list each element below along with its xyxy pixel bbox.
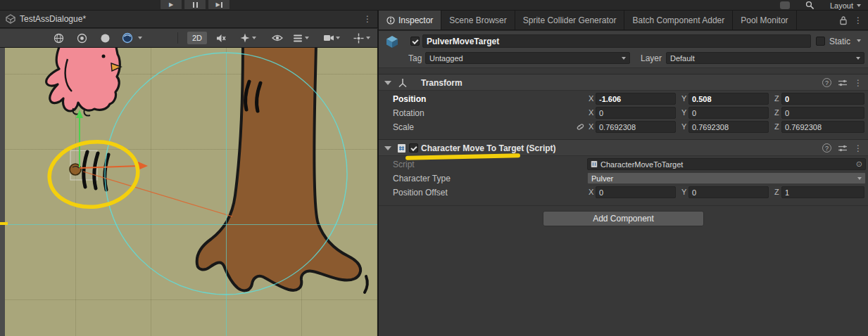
- step-button[interactable]: ▶: [208, 0, 230, 10]
- pause-icon: [193, 2, 198, 8]
- gameobject-header: PulverMoveTarget Static Tag Untagged Lay…: [379, 31, 868, 68]
- rotation-z-field[interactable]: 0: [781, 107, 864, 119]
- search-button[interactable]: [805, 1, 814, 10]
- object-picker-icon[interactable]: ⊙: [856, 160, 862, 168]
- tab-scene-browser[interactable]: Scene Browser: [441, 11, 515, 30]
- scale-x-field[interactable]: 0.7692308: [596, 121, 676, 133]
- camera-icon[interactable]: [321, 31, 336, 45]
- step-icon: ▶: [215, 2, 220, 8]
- play-button[interactable]: ▶: [160, 0, 182, 10]
- add-component-label: Add Component: [593, 214, 654, 224]
- static-label: Static: [829, 37, 850, 46]
- inspector-menu-icon[interactable]: ⋮: [854, 16, 862, 25]
- camera-dropdown-caret-icon[interactable]: [336, 37, 340, 39]
- position-z-value: 0: [785, 95, 789, 103]
- offset-x-field[interactable]: 0: [596, 186, 676, 198]
- foldout-icon[interactable]: [384, 146, 391, 150]
- layers-icon[interactable]: [290, 31, 306, 45]
- rotation-y-field[interactable]: 0: [688, 107, 769, 119]
- bird-sprite[interactable]: [46, 48, 121, 116]
- effects-dropdown-caret-icon[interactable]: [252, 37, 256, 39]
- position-y-field[interactable]: 0.508: [688, 93, 769, 105]
- scene-left-strip: [0, 48, 5, 336]
- scale-z-value: 0.7692308: [785, 123, 822, 131]
- static-checkbox[interactable]: [816, 37, 825, 46]
- axis-y-label: Y: [681, 188, 686, 196]
- offset-y-field[interactable]: 0: [688, 186, 769, 198]
- info-icon: [386, 16, 395, 25]
- component-menu-icon[interactable]: ⋮: [854, 79, 862, 87]
- chevron-down-icon: [857, 4, 861, 7]
- scene-viewport[interactable]: [0, 48, 378, 336]
- audio-mute-icon[interactable]: [213, 31, 229, 45]
- script-enabled-checkbox[interactable]: [409, 143, 418, 153]
- rotation-x-value: 0: [599, 109, 603, 117]
- script-header-controls: ? ⋮: [822, 143, 862, 153]
- character-type-label: Character Type: [393, 174, 451, 183]
- help-icon[interactable]: ?: [822, 78, 831, 87]
- transform-title: Transform: [421, 78, 463, 88]
- presets-icon[interactable]: [838, 144, 848, 153]
- tab-pool-monitor[interactable]: Pool Monitor: [733, 11, 796, 30]
- move-gizmo[interactable]: [76, 110, 232, 217]
- active-checkbox[interactable]: [410, 37, 420, 46]
- gizmo-dropdown-caret-icon[interactable]: [366, 37, 370, 39]
- tab-menu-icon[interactable]: ⋮: [363, 15, 372, 23]
- tab-batch-component-adder[interactable]: Batch Component Adder: [624, 11, 733, 30]
- rotation-x-field[interactable]: 0: [596, 107, 676, 119]
- tab-label: Inspector: [398, 15, 433, 25]
- effects-icon[interactable]: [237, 31, 253, 45]
- gameobject-name-field[interactable]: PulverMoveTarget: [422, 34, 811, 48]
- layer-dropdown[interactable]: Default: [666, 52, 864, 64]
- offset-z-field[interactable]: 1: [781, 186, 864, 198]
- tree-sprite[interactable]: [197, 48, 367, 292]
- character-type-dropdown[interactable]: Pulver: [587, 172, 866, 184]
- filled-circle-tool-icon[interactable]: [97, 31, 113, 45]
- search-icon: [805, 1, 814, 10]
- tab-label: Scene Browser: [449, 15, 506, 25]
- position-offset-row: Position Offset X 0 Y 0 Z 1: [379, 186, 868, 200]
- layout-dropdown[interactable]: Layout: [830, 1, 861, 10]
- add-component-button[interactable]: Add Component: [543, 211, 704, 226]
- static-dropdown-caret-icon[interactable]: [857, 39, 861, 42]
- pause-button[interactable]: [184, 0, 206, 10]
- scale-z-field[interactable]: 0.7692308: [781, 121, 864, 133]
- chevron-down-icon: [857, 177, 862, 180]
- axis-z-label: Z: [774, 122, 779, 131]
- position-z-field[interactable]: 0: [781, 93, 864, 105]
- shaded-sphere-tool-icon[interactable]: [120, 31, 135, 45]
- play-controls: ▶ ▶: [160, 0, 232, 10]
- play-icon: ▶: [169, 2, 173, 8]
- axis-x-label: X: [589, 122, 593, 131]
- axis-z-label: Z: [774, 188, 779, 196]
- scale-y-field[interactable]: 0.7692308: [688, 121, 769, 133]
- tab-inspector[interactable]: Inspector: [379, 11, 441, 30]
- foldout-icon[interactable]: [384, 81, 391, 85]
- transform-header[interactable]: Transform ? ⋮: [379, 74, 868, 91]
- help-icon[interactable]: ?: [822, 143, 831, 153]
- services-icon[interactable]: [780, 1, 790, 9]
- tag-dropdown[interactable]: Untagged: [425, 52, 630, 64]
- scene-tab[interactable]: TestAssDialogue*: [20, 14, 86, 24]
- position-x-field[interactable]: -1.606: [596, 93, 676, 105]
- layers-dropdown-caret-icon[interactable]: [305, 37, 309, 39]
- toolbar-right: Layout: [780, 1, 861, 10]
- draw-mode-globe-icon[interactable]: [51, 31, 66, 45]
- 2d-mode-button[interactable]: 2D: [187, 32, 207, 44]
- component-menu-icon[interactable]: ⋮: [854, 144, 862, 153]
- script-object-field[interactable]: CharacterMoveToTarget ⊙: [587, 158, 866, 170]
- component-divider: [379, 205, 868, 206]
- position-row: Position X -1.606 Y 0.508 Z 0: [379, 92, 868, 106]
- ring-tool-icon[interactable]: [74, 31, 89, 45]
- tool-dropdown-caret-icon[interactable]: [138, 37, 142, 39]
- visibility-eye-icon[interactable]: [270, 31, 285, 45]
- rotation-label: Rotation: [393, 108, 424, 118]
- link-constrain-icon[interactable]: [576, 122, 585, 131]
- presets-icon[interactable]: [838, 79, 848, 87]
- gizmo-axis-icon[interactable]: [351, 31, 366, 45]
- character-type-row: Character Type Pulver: [379, 172, 868, 186]
- transform-header-controls: ? ⋮: [822, 78, 862, 87]
- tab-sprite-collider-generator[interactable]: Sprite Collider Generator: [515, 11, 625, 30]
- lock-icon[interactable]: [839, 15, 848, 25]
- script-component-header[interactable]: Character Move To Target (Script) ? ⋮: [379, 139, 868, 156]
